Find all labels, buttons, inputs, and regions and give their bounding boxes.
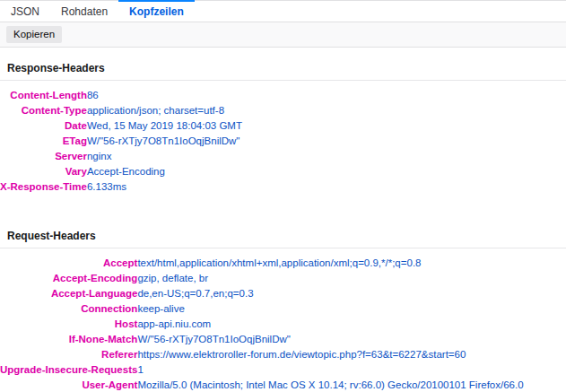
- header-name: Referer: [0, 346, 137, 362]
- header-value: keep-alive: [137, 301, 523, 316]
- header-name: Server: [0, 148, 87, 163]
- tab-kopfzeilen[interactable]: Kopfzeilen: [118, 1, 195, 22]
- header-value: 1: [137, 362, 523, 377]
- header-row: Servernginx: [0, 148, 242, 163]
- header-name: User-Agent: [0, 377, 137, 392]
- header-row: If-None-MatchW/"56-rXTjy7O8Tn1IoOqjBnilD…: [0, 331, 524, 346]
- section-title: Response-Headers: [0, 48, 566, 81]
- header-name: Vary: [0, 163, 87, 179]
- header-row: ETagW/"56-rXTjy7O8Tn1IoOqjBnilDw": [0, 133, 242, 148]
- header-row: Content-Length86: [0, 87, 242, 102]
- tab-bar: JSONRohdatenKopfzeilen: [0, 0, 566, 22]
- header-row: Content-Typeapplication/json; charset=ut…: [0, 102, 242, 118]
- header-value: gzip, deflate, br: [137, 270, 523, 285]
- header-row: Refererhttps://www.elektroroller-forum.d…: [0, 346, 524, 362]
- section-title: Request-Headers: [0, 215, 566, 248]
- header-value: 86: [87, 87, 242, 102]
- header-value: Wed, 15 May 2019 18:04:03 GMT: [87, 118, 242, 133]
- header-value: app-api.niu.com: [137, 316, 523, 331]
- header-name: X-Response-Time: [0, 179, 87, 194]
- header-name: Accept-Encoding: [0, 270, 137, 285]
- tab-rohdaten[interactable]: Rohdaten: [50, 1, 118, 22]
- header-value: nginx: [87, 148, 242, 163]
- header-row: VaryAccept-Encoding: [0, 163, 242, 179]
- headers-section: Response-HeadersContent-Length86Content-…: [0, 48, 566, 194]
- header-row: Accept-Encodinggzip, deflate, br: [0, 270, 524, 285]
- header-row: Accept-Languagede,en-US;q=0.7,en;q=0.3: [0, 285, 524, 301]
- header-value: application/json; charset=utf-8: [87, 102, 242, 118]
- devtools-headers-panel: JSONRohdatenKopfzeilen Kopieren Response…: [0, 0, 566, 392]
- header-row: Connectionkeep-alive: [0, 301, 524, 316]
- header-name: Upgrade-Insecure-Requests: [0, 362, 137, 377]
- header-name: Accept-Language: [0, 285, 137, 301]
- header-name: Connection: [0, 301, 137, 316]
- header-name: Accept: [0, 255, 137, 270]
- header-name: Content-Type: [0, 102, 87, 118]
- header-value: text/html,application/xhtml+xml,applicat…: [137, 255, 523, 270]
- header-name: Content-Length: [0, 87, 87, 102]
- headers-content: Response-HeadersContent-Length86Content-…: [0, 48, 566, 392]
- header-value: 6.133ms: [87, 179, 242, 194]
- header-value: Accept-Encoding: [87, 163, 242, 179]
- header-row: Upgrade-Insecure-Requests1: [0, 362, 524, 377]
- header-row: Accepttext/html,application/xhtml+xml,ap…: [0, 255, 524, 270]
- header-name: Date: [0, 118, 87, 133]
- header-value: W/"56-rXTjy7O8Tn1IoOqjBnilDw": [87, 133, 242, 148]
- tab-json[interactable]: JSON: [0, 1, 50, 22]
- header-value: Mozilla/5.0 (Macintosh; Intel Mac OS X 1…: [137, 377, 523, 392]
- header-row: Hostapp-api.niu.com: [0, 316, 524, 331]
- header-value: https://www.elektroroller-forum.de/viewt…: [137, 346, 523, 362]
- header-row: DateWed, 15 May 2019 18:04:03 GMT: [0, 118, 242, 133]
- header-name: If-None-Match: [0, 331, 137, 346]
- header-name: ETag: [0, 133, 87, 148]
- headers-toolbar: Kopieren: [0, 22, 566, 48]
- header-row: User-AgentMozilla/5.0 (Macintosh; Intel …: [0, 377, 524, 392]
- header-value: W/"56-rXTjy7O8Tn1IoOqjBnilDw": [137, 331, 523, 346]
- copy-button[interactable]: Kopieren: [6, 26, 62, 43]
- headers-section: Request-HeadersAccepttext/html,applicati…: [0, 215, 566, 392]
- headers-table: Content-Length86Content-Typeapplication/…: [0, 87, 242, 194]
- header-name: Host: [0, 316, 137, 331]
- header-value: de,en-US;q=0.7,en;q=0.3: [137, 285, 523, 301]
- headers-table: Accepttext/html,application/xhtml+xml,ap…: [0, 255, 524, 392]
- header-row: X-Response-Time6.133ms: [0, 179, 242, 194]
